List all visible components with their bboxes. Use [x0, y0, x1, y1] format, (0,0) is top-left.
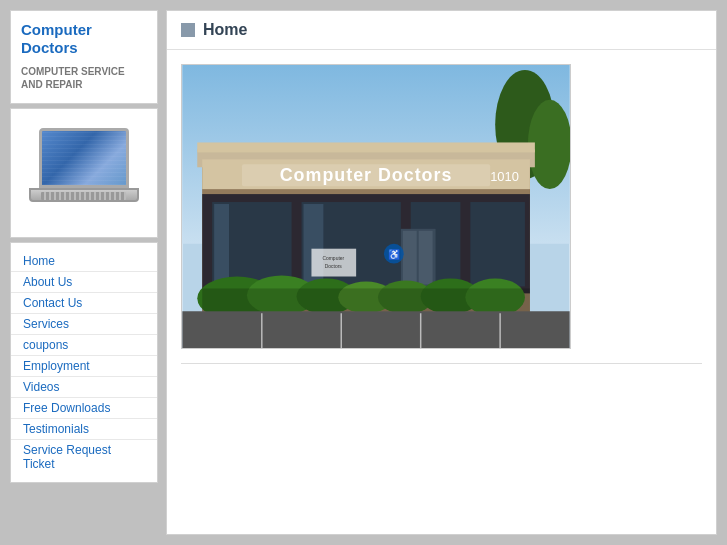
home-page-icon — [181, 23, 195, 37]
nav-item-coupons[interactable]: coupons — [11, 335, 157, 356]
laptop-icon — [29, 128, 139, 218]
sidebar-laptop-image — [10, 108, 158, 238]
svg-rect-8 — [197, 142, 535, 152]
nav-item-videos[interactable]: Videos — [11, 377, 157, 398]
svg-text:1010: 1010 — [490, 169, 519, 184]
sidebar-brand-title: Computer Doctors — [21, 21, 147, 57]
building-svg: Computer Doctors 1010 — [182, 65, 570, 348]
main-body: Computer Doctors 1010 — [167, 50, 716, 378]
laptop-screen — [39, 128, 129, 188]
svg-rect-19 — [403, 231, 417, 285]
nav-item-about-us[interactable]: About Us — [11, 272, 157, 293]
svg-text:Computer Doctors: Computer Doctors — [280, 165, 453, 185]
main-header: Home — [167, 11, 716, 50]
sidebar-title-box: Computer Doctors COMPUTER SERVICE AND RE… — [10, 10, 158, 104]
svg-text:♿: ♿ — [388, 248, 401, 261]
sidebar-brand-subtitle: COMPUTER SERVICE AND REPAIR — [21, 65, 147, 91]
svg-rect-40 — [202, 288, 530, 311]
svg-rect-17 — [470, 202, 525, 286]
laptop-screen-inner — [42, 131, 126, 185]
page-title: Home — [203, 21, 247, 39]
nav-item-services[interactable]: Services — [11, 314, 157, 335]
svg-rect-21 — [214, 204, 229, 284]
svg-text:Computer: Computer — [322, 256, 344, 261]
nav-item-service-request-ticket[interactable]: Service Request Ticket — [11, 440, 157, 474]
nav-item-employment[interactable]: Employment — [11, 356, 157, 377]
nav-item-testimonials[interactable]: Testimonials — [11, 419, 157, 440]
svg-rect-20 — [419, 231, 433, 285]
svg-rect-35 — [182, 311, 569, 348]
building-photo: Computer Doctors 1010 — [181, 64, 571, 349]
laptop-keyboard — [41, 192, 126, 200]
svg-text:Doctors: Doctors — [325, 264, 343, 269]
nav-item-home[interactable]: Home — [11, 251, 157, 272]
nav-item-contact-us[interactable]: Contact Us — [11, 293, 157, 314]
nav-item-free-downloads[interactable]: Free Downloads — [11, 398, 157, 419]
sidebar-nav: Home About Us Contact Us Services coupon… — [10, 242, 158, 483]
main-content: Home — [166, 10, 717, 535]
sidebar: Computer Doctors COMPUTER SERVICE AND RE… — [10, 10, 158, 535]
content-divider — [181, 363, 702, 364]
